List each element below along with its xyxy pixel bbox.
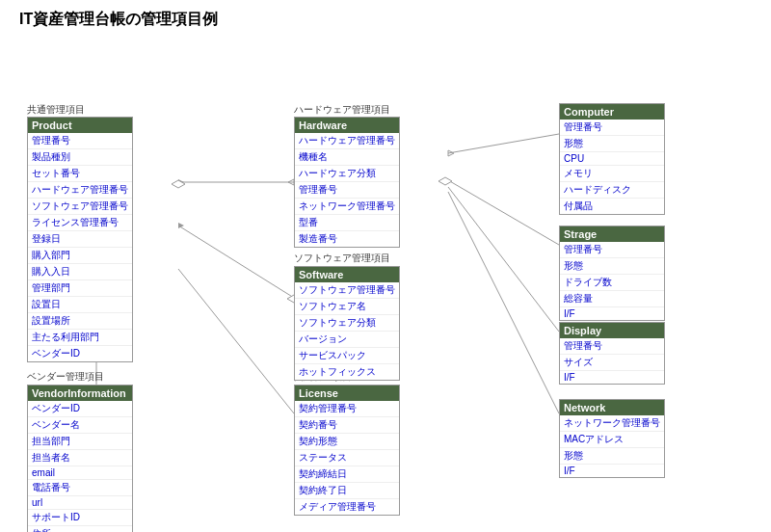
license-row: 契約終了日 <box>295 483 399 499</box>
hardware-table: Hardware ハードウェア管理番号 機種名 ハードウェア分類 管理番号 ネッ… <box>294 117 400 248</box>
computer-table: Computer 管理番号 形態 CPU メモリ ハードディスク 付属品 <box>559 103 665 215</box>
display-table: Display 管理番号 サイズ I/F <box>559 322 665 385</box>
display-row: I/F <box>560 371 664 384</box>
product-row: 設置場所 <box>28 313 132 330</box>
section-software: ソフトウェア管理項目 <box>294 252 390 265</box>
vendor-row: 電話番号 <box>28 480 132 496</box>
product-row: 管理部門 <box>28 280 132 297</box>
svg-marker-1 <box>178 179 184 185</box>
section-vendor: ベンダー管理項目 <box>27 370 104 384</box>
network-table: Network ネットワーク管理番号 MACアドレス 形態 I/F <box>559 399 665 478</box>
product-row: ソフトウェア管理番号 <box>28 199 132 215</box>
svg-line-3 <box>178 226 294 298</box>
license-row: メディア管理番号 <box>295 499 399 515</box>
vendor-row: url <box>28 496 132 510</box>
hardware-row: 管理番号 <box>295 182 399 199</box>
network-row: 形態 <box>560 448 664 465</box>
display-row: 管理番号 <box>560 338 664 355</box>
svg-line-13 <box>448 192 559 413</box>
software-table: Software ソフトウェア管理番号 ソフトウェア名 ソフトウェア分類 バージ… <box>294 266 400 381</box>
section-kyotsuu: 共通管理項目 <box>27 103 85 117</box>
section-hardware: ハードウェア管理項目 <box>294 103 390 117</box>
hardware-row: 製造番号 <box>295 231 399 247</box>
strage-row: I/F <box>560 307 664 320</box>
license-row: ステータス <box>295 450 399 466</box>
product-row: ハードウェア管理番号 <box>28 182 132 199</box>
license-table: License 契約管理番号 契約番号 契約形態 ステータス 契約締結日 契約終… <box>294 385 400 516</box>
svg-marker-16 <box>439 177 452 185</box>
hardware-row: 型番 <box>295 215 399 231</box>
computer-header: Computer <box>560 104 664 120</box>
computer-row: CPU <box>560 152 664 166</box>
computer-row: メモリ <box>560 166 664 182</box>
product-header: Product <box>28 118 132 133</box>
strage-row: 管理番号 <box>560 242 664 258</box>
product-row: ライセンス管理番号 <box>28 215 132 231</box>
vendor-row: ベンダーID <box>28 401 132 417</box>
network-row: MACアドレス <box>560 432 664 448</box>
strage-row: 形態 <box>560 258 664 275</box>
software-row: サービスパック <box>295 348 399 364</box>
strage-row: 総容量 <box>560 291 664 307</box>
page-title: IT資産管理台帳の管理項目例 <box>0 0 771 38</box>
product-table: Product 管理番号 製品種別 セット番号 ハードウェア管理番号 ソフトウェ… <box>27 117 133 362</box>
hardware-row: ハードウェア管理番号 <box>295 133 399 149</box>
strage-table: Strage 管理番号 形態 ドライブ数 総容量 I/F <box>559 226 665 321</box>
svg-line-8 <box>448 134 559 153</box>
hardware-row: ネットワーク管理番号 <box>295 199 399 215</box>
license-row: 契約形態 <box>295 434 399 450</box>
strage-header: Strage <box>560 226 664 242</box>
vendor-row: ベンダー名 <box>28 417 132 434</box>
hardware-header: Hardware <box>295 118 399 133</box>
product-row: 購入部門 <box>28 248 132 264</box>
product-row: 設置日 <box>28 297 132 313</box>
product-row: 管理番号 <box>28 133 132 149</box>
svg-line-11 <box>448 180 559 245</box>
product-row: セット番号 <box>28 166 132 182</box>
software-row: ソフトウェア管理番号 <box>295 282 399 299</box>
license-row: 契約締結日 <box>295 466 399 483</box>
svg-marker-4 <box>178 223 184 228</box>
product-row: ベンダーID <box>28 346 132 361</box>
vendor-row: email <box>28 466 132 480</box>
display-header: Display <box>560 323 664 338</box>
computer-row: ハードディスク <box>560 182 664 199</box>
license-row: 契約管理番号 <box>295 401 399 417</box>
network-row: I/F <box>560 465 664 477</box>
diagram-area: 共通管理項目 ハードウェア管理項目 ソフトウェア管理項目 ベンダー管理項目 契約… <box>0 38 771 529</box>
license-row: 契約番号 <box>295 417 399 434</box>
display-row: サイズ <box>560 355 664 371</box>
vendor-row: 担当者名 <box>28 450 132 466</box>
computer-row: 形態 <box>560 136 664 152</box>
software-row: バージョン <box>295 332 399 348</box>
svg-marker-14 <box>172 180 185 188</box>
svg-line-12 <box>448 187 559 332</box>
vendor-table: VendorInformation ベンダーID ベンダー名 担当部門 担当者名… <box>27 385 133 532</box>
product-row: 登録日 <box>28 231 132 248</box>
software-row: ソフトウェア分類 <box>295 315 399 332</box>
svg-line-7 <box>178 269 294 413</box>
svg-marker-9 <box>448 150 454 156</box>
network-row: ネットワーク管理番号 <box>560 415 664 432</box>
product-row: 製品種別 <box>28 149 132 166</box>
software-header: Software <box>295 267 399 282</box>
computer-row: 付属品 <box>560 199 664 214</box>
product-row: 購入入日 <box>28 264 132 280</box>
software-row: ホットフィックス <box>295 364 399 380</box>
hardware-row: ハードウェア分類 <box>295 166 399 182</box>
strage-row: ドライブ数 <box>560 275 664 291</box>
vendor-header: VendorInformation <box>28 386 132 401</box>
vendor-row: サポートID <box>28 510 132 526</box>
hardware-row: 機種名 <box>295 149 399 166</box>
network-header: Network <box>560 400 664 415</box>
vendor-row: 住所 <box>28 526 132 532</box>
computer-row: 管理番号 <box>560 120 664 136</box>
vendor-row: 担当部門 <box>28 434 132 450</box>
product-row: 主たる利用部門 <box>28 330 132 346</box>
license-header: License <box>295 386 399 401</box>
software-row: ソフトウェア名 <box>295 299 399 315</box>
